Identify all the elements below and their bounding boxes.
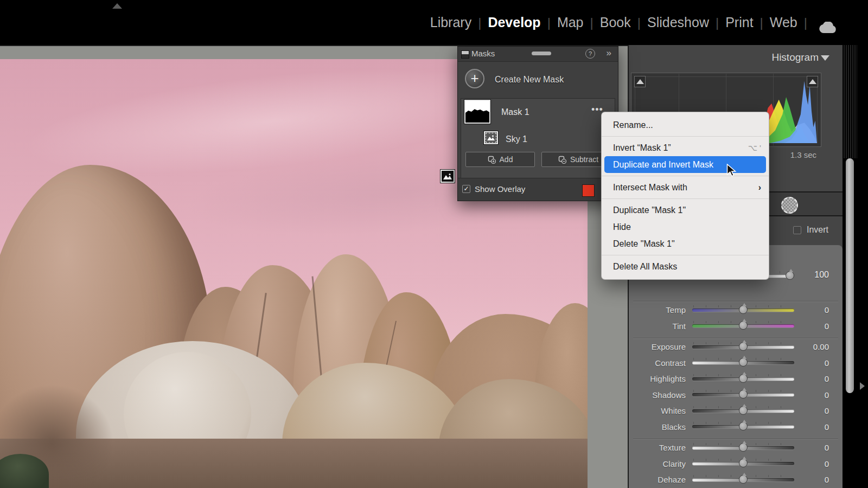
slider-thumb[interactable] <box>739 443 748 452</box>
help-icon[interactable]: ? <box>585 49 595 59</box>
panel-collapse-up-icon[interactable] <box>112 3 122 9</box>
dehaze-slider[interactable] <box>692 478 794 481</box>
highlights-slider[interactable] <box>692 377 794 381</box>
slider-value: 0 <box>794 390 843 400</box>
slider-row-temp: Temp0 <box>629 302 843 318</box>
show-overlay-checkbox[interactable]: ✓ <box>462 185 470 193</box>
chevron-down-icon[interactable] <box>821 55 829 61</box>
plus-icon[interactable]: + <box>465 69 484 88</box>
overlay-color-swatch[interactable] <box>582 184 595 197</box>
mask-thumbnail[interactable] <box>464 100 490 124</box>
shadows-slider[interactable] <box>692 393 794 396</box>
slider-thumb[interactable] <box>739 390 748 399</box>
mask-pin-icon[interactable] <box>441 170 455 183</box>
menu-item-hide[interactable]: Hide <box>602 219 769 235</box>
slider-thumb[interactable] <box>739 374 748 383</box>
slider-thumb[interactable] <box>739 321 748 330</box>
create-new-mask-label: Create New Mask <box>495 75 564 85</box>
masks-panel: Masks ? » + Create New Mask Mask 1 ••• S… <box>457 46 618 201</box>
module-tab-book[interactable]: Book <box>593 15 637 30</box>
menu-item-duplicate-and-invert-mask[interactable]: Duplicate and Invert Mask <box>604 156 766 173</box>
scrollbar-thumb[interactable] <box>846 158 854 393</box>
slider-thumb[interactable] <box>786 271 794 280</box>
slider-label: Tint <box>634 322 686 331</box>
slider-thumb[interactable] <box>739 406 748 415</box>
highlight-clipping-button[interactable] <box>807 76 818 87</box>
module-tab-slideshow[interactable]: Slideshow <box>641 15 716 30</box>
masks-panel-title: Masks <box>471 49 495 58</box>
drag-handle[interactable] <box>532 52 551 55</box>
contrast-slider[interactable] <box>692 361 794 364</box>
slider-value: 0 <box>794 443 843 452</box>
slider-value: 0 <box>794 459 843 468</box>
slider-value: 0 <box>794 374 843 383</box>
mask-list: Mask 1 ••• Sky 1 Add <box>461 98 615 179</box>
mask-component-row[interactable]: Sky 1 <box>461 130 615 152</box>
exposure-time-label: 1.3 sec <box>790 150 816 159</box>
menu-separator <box>602 176 769 176</box>
invert-checkbox[interactable] <box>793 226 801 234</box>
texture-slider[interactable] <box>692 446 794 450</box>
slider-thumb[interactable] <box>739 422 748 431</box>
slider-value: 0 <box>794 406 843 415</box>
slider-row-highlights: Highlights0 <box>629 371 843 387</box>
menu-shortcut: ⌥ ' <box>748 143 761 153</box>
subtract-label: Subtract <box>570 155 598 164</box>
histogram-panel-title[interactable]: Histogram <box>629 52 819 63</box>
menu-item-duplicate-mask-1[interactable]: Duplicate "Mask 1" <box>602 202 769 219</box>
module-tab-print[interactable]: Print <box>719 15 760 30</box>
slider-row-exposure: Exposure0.00 <box>629 339 843 355</box>
slider-thumb[interactable] <box>739 342 748 351</box>
menu-item-intersect-mask-with[interactable]: Intersect Mask with› <box>602 179 769 196</box>
masks-panel-footer: ✓ Show Overlay <box>458 178 618 201</box>
masks-panel-header[interactable]: Masks ? » <box>458 47 618 62</box>
slider-value: 0 <box>794 305 843 314</box>
module-tab-develop[interactable]: Develop <box>481 15 547 30</box>
add-button[interactable]: Add <box>465 152 535 167</box>
menu-item-rename[interactable]: Rename... <box>602 117 769 133</box>
slider-thumb[interactable] <box>739 459 748 467</box>
mask-context-menu: Rename...Invert “Mask 1”⌥ 'Duplicate and… <box>601 112 769 280</box>
masking-tool-icon[interactable] <box>781 197 798 214</box>
add-label: Add <box>500 155 513 164</box>
slider-value: 0 <box>794 358 843 368</box>
module-tab-library[interactable]: Library <box>424 15 478 30</box>
invert-label: Invert <box>807 225 828 235</box>
component-thumbnail[interactable] <box>484 131 498 144</box>
menu-item-invert-mask-1[interactable]: Invert “Mask 1”⌥ ' <box>602 139 769 156</box>
menu-item-delete-all-masks[interactable]: Delete All Masks <box>602 258 769 275</box>
slider-label: Exposure <box>634 342 686 351</box>
slider-label: Whites <box>634 406 686 415</box>
whites-slider[interactable] <box>692 409 794 413</box>
slider-thumb[interactable] <box>739 305 748 314</box>
cloud-sync-icon[interactable] <box>819 22 837 34</box>
shadow-clipping-button[interactable] <box>634 76 646 87</box>
panel-show-arrow-icon[interactable] <box>860 382 865 390</box>
mask-row[interactable]: Mask 1 ••• <box>461 99 615 130</box>
dock-panel-icon[interactable]: » <box>607 48 610 59</box>
menu-item-delete-mask-1[interactable]: Delete "Mask 1" <box>602 235 769 252</box>
triangle-up-icon <box>636 79 644 84</box>
module-tab-web[interactable]: Web <box>763 15 804 30</box>
create-new-mask-row[interactable]: + Create New Mask <box>458 62 618 98</box>
menu-separator <box>602 198 769 199</box>
triangle-up-icon <box>809 79 816 84</box>
slider-value: 0 <box>794 422 843 432</box>
amount-value: 100 <box>814 270 829 280</box>
temp-slider[interactable] <box>692 309 794 312</box>
slider-label: Texture <box>634 443 686 452</box>
menu-separator <box>602 255 769 255</box>
module-tab-map[interactable]: Map <box>551 15 590 30</box>
slider-label: Clarity <box>634 459 686 468</box>
slider-thumb[interactable] <box>739 358 748 367</box>
blacks-slider[interactable] <box>692 425 794 428</box>
clarity-slider[interactable] <box>692 462 794 465</box>
show-overlay-label: Show Overlay <box>475 184 525 194</box>
slider-thumb[interactable] <box>739 475 748 484</box>
mouse-cursor <box>726 164 738 178</box>
tint-slider[interactable] <box>692 324 794 328</box>
slider-label: Temp <box>634 305 686 314</box>
exposure-slider[interactable] <box>692 345 794 349</box>
slider-row-blacks: Blacks0 <box>629 419 843 435</box>
slider-row-texture: Texture0 <box>629 440 843 456</box>
